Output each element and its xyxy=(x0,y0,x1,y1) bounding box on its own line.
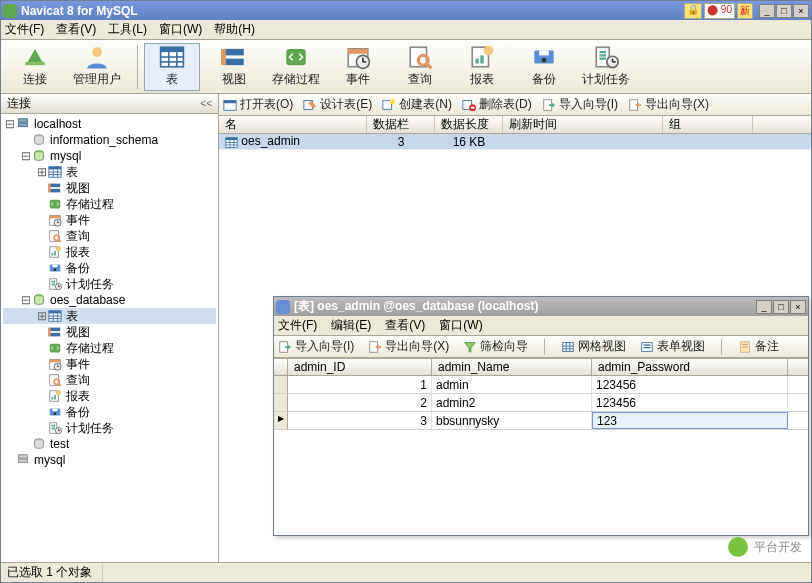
tree-item[interactable]: information_schema xyxy=(3,132,216,148)
svg-rect-57 xyxy=(54,251,56,255)
child-restore-button[interactable]: □ xyxy=(773,300,789,314)
grid-column-header[interactable]: admin_Name xyxy=(432,359,592,375)
child-close-button[interactable]: × xyxy=(790,300,806,314)
table-data-window[interactable]: [表] oes_admin @oes_database (localhost) … xyxy=(273,296,809,536)
cell-admin-id[interactable]: 3 xyxy=(288,412,432,429)
svg-rect-98 xyxy=(19,459,28,463)
column-header[interactable]: 名 xyxy=(219,116,367,133)
table-row[interactable]: oes_admin316 KB xyxy=(219,134,811,150)
subtool-design[interactable]: 设计表(E) xyxy=(303,96,372,113)
tree-item[interactable]: 计划任务 xyxy=(3,420,216,436)
menu-item[interactable]: 帮助(H) xyxy=(214,21,255,38)
child-minimize-button[interactable]: _ xyxy=(756,300,772,314)
cell-admin-name[interactable]: admin xyxy=(432,376,592,393)
menu-item[interactable]: 文件(F) xyxy=(5,21,44,38)
svg-rect-110 xyxy=(226,137,237,139)
tree-item[interactable]: mysql xyxy=(3,452,216,468)
tool-view[interactable]: 视图 xyxy=(206,43,262,91)
tree-twisty[interactable]: ⊟ xyxy=(19,293,32,307)
tree-twisty[interactable]: ⊟ xyxy=(3,117,16,131)
tree-item[interactable]: 查询 xyxy=(3,228,216,244)
tree-item[interactable]: 存储过程 xyxy=(3,340,216,356)
subtool-open[interactable]: 打开表(O) xyxy=(223,96,293,113)
menu-item[interactable]: 查看(V) xyxy=(56,21,96,38)
tree-item[interactable]: ⊞表 xyxy=(3,164,216,180)
subtool-export[interactable]: 导出向导(X) xyxy=(628,96,709,113)
close-button[interactable]: × xyxy=(793,4,809,18)
connection-tree[interactable]: ⊟localhostinformation_schema⊟mysql⊞表视图存储… xyxy=(1,114,218,562)
tool-report[interactable]: 报表 xyxy=(454,43,510,91)
cell-admin-name[interactable]: bbsunnysky xyxy=(432,412,592,429)
tree-item[interactable]: ⊞表 xyxy=(3,308,216,324)
titlebar[interactable]: Navicat 8 for MySQL 🔒⬤ 90新 _ □ × xyxy=(1,1,811,20)
tool-proc[interactable]: 存储过程 xyxy=(268,43,324,91)
grid-column-header[interactable]: admin_ID xyxy=(288,359,432,375)
column-header[interactable]: 数据长度 xyxy=(435,116,503,133)
menu-item[interactable]: 工具(L) xyxy=(108,21,147,38)
restore-button[interactable]: □ xyxy=(776,4,792,18)
tree-twisty[interactable]: ⊟ xyxy=(19,149,32,163)
cell-admin-password[interactable]: 123456 xyxy=(592,394,788,411)
tree-item[interactable]: ⊟localhost xyxy=(3,116,216,132)
tool-connect[interactable]: 连接 xyxy=(7,43,63,91)
cell-admin-password[interactable]: 123 xyxy=(592,412,788,429)
tree-item[interactable]: test xyxy=(3,436,216,452)
subtool-del[interactable]: 删除表(D) xyxy=(462,96,532,113)
proc-icon xyxy=(48,341,62,355)
child-menu-item[interactable]: 文件(F) xyxy=(278,317,317,334)
column-header[interactable]: 刷新时间 xyxy=(503,116,663,133)
cell-admin-name[interactable]: admin2 xyxy=(432,394,592,411)
tree-item[interactable]: 视图 xyxy=(3,180,216,196)
tree-twisty[interactable]: ⊞ xyxy=(35,309,48,323)
tool-query[interactable]: 查询 xyxy=(392,43,448,91)
grid-body[interactable]: 1admin1234562admin21234563bbsunnysky123 xyxy=(274,376,808,535)
cell-admin-password[interactable]: 123456 xyxy=(592,376,788,393)
child-titlebar[interactable]: [表] oes_admin @oes_database (localhost) … xyxy=(274,297,808,316)
child-menu-item[interactable]: 窗口(W) xyxy=(439,317,482,334)
tree-label: oes_database xyxy=(48,293,127,307)
export-icon xyxy=(628,98,642,112)
minimize-button[interactable]: _ xyxy=(759,4,775,18)
subtool-new[interactable]: 创建表(N) xyxy=(382,96,452,113)
tree-item[interactable]: 报表 xyxy=(3,244,216,260)
childtool-export[interactable]: 导出向导(X) xyxy=(368,338,449,355)
tree-item[interactable]: 备份 xyxy=(3,260,216,276)
tree-item[interactable]: 事件 xyxy=(3,212,216,228)
pane-collapse-icon[interactable]: << xyxy=(200,98,212,109)
grid-column-header[interactable]: admin_Password xyxy=(592,359,788,375)
tool-table[interactable]: 表 xyxy=(144,43,200,91)
tree-item[interactable]: 视图 xyxy=(3,324,216,340)
tree-twisty[interactable]: ⊞ xyxy=(35,165,48,179)
grid-row[interactable]: 3bbsunnysky123 xyxy=(274,412,808,430)
childtool-grid[interactable]: 网格视图 xyxy=(561,338,626,355)
grid-row[interactable]: 2admin2123456 xyxy=(274,394,808,412)
tree-item[interactable]: 事件 xyxy=(3,356,216,372)
column-header[interactable]: 数据栏 xyxy=(367,116,435,133)
tool-users[interactable]: 管理用户 xyxy=(69,43,125,91)
tool-schedule[interactable]: 计划任务 xyxy=(578,43,634,91)
tool-backup[interactable]: 备份 xyxy=(516,43,572,91)
cell-admin-id[interactable]: 1 xyxy=(288,376,432,393)
childtool-form[interactable]: 表单视图 xyxy=(640,338,705,355)
subtool-import[interactable]: 导入向导(I) xyxy=(542,96,618,113)
tool-event[interactable]: 事件 xyxy=(330,43,386,91)
tool-label: 备份 xyxy=(532,71,556,88)
child-menu-item[interactable]: 编辑(E) xyxy=(331,317,371,334)
grid-row[interactable]: 1admin123456 xyxy=(274,376,808,394)
childtool-memo[interactable]: 备注 xyxy=(738,338,779,355)
tree-item[interactable]: 计划任务 xyxy=(3,276,216,292)
menu-item[interactable]: 窗口(W) xyxy=(159,21,202,38)
childtool-filter[interactable]: 筛检向导 xyxy=(463,338,528,355)
tree-item[interactable]: 备份 xyxy=(3,404,216,420)
child-menu-item[interactable]: 查看(V) xyxy=(385,317,425,334)
column-header[interactable]: 组 xyxy=(663,116,753,133)
tree-item[interactable]: ⊟mysql xyxy=(3,148,216,164)
tree-item[interactable]: 存储过程 xyxy=(3,196,216,212)
tree-item[interactable]: 查询 xyxy=(3,372,216,388)
tree-item[interactable]: ⊟oes_database xyxy=(3,292,216,308)
svg-rect-10 xyxy=(221,49,226,65)
cell-admin-id[interactable]: 2 xyxy=(288,394,432,411)
tree-item[interactable]: 报表 xyxy=(3,388,216,404)
childtool-import[interactable]: 导入向导(I) xyxy=(278,338,354,355)
row-marker xyxy=(274,394,288,411)
